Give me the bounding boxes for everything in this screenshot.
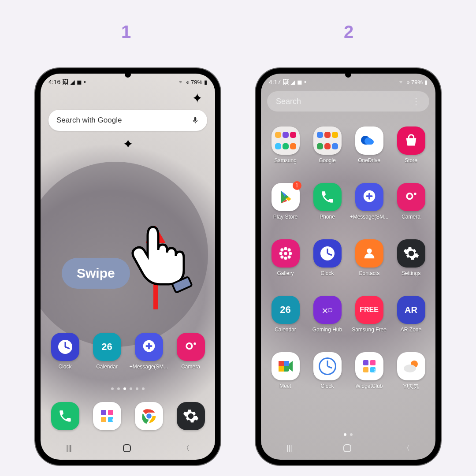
app-widgetclub[interactable]: 15WidgetClub <box>351 352 388 390</box>
status-battery: 79% <box>191 79 202 86</box>
notification-badge: 1 <box>293 181 301 190</box>
sparkle-icon: ✦ <box>123 136 134 152</box>
folder-google[interactable]: Google <box>309 126 346 164</box>
svg-rect-6 <box>108 410 113 415</box>
app-phone[interactable]: Phone <box>309 183 346 220</box>
svg-point-24 <box>287 256 290 259</box>
google-search-bar[interactable]: Search with Google <box>48 110 207 131</box>
app-gallery[interactable]: Gallery <box>267 239 304 276</box>
app-camera[interactable]: Camera <box>172 333 209 370</box>
search-placeholder: Search <box>276 97 301 106</box>
svg-rect-5 <box>101 410 106 415</box>
svg-rect-7 <box>101 417 106 422</box>
svg-point-3 <box>187 344 191 348</box>
app-phone[interactable] <box>47 402 84 430</box>
app-weather[interactable]: Y!天気 <box>393 352 430 390</box>
nav-recent[interactable]: ||| <box>66 444 71 452</box>
drawer-search-bar[interactable]: Search ⋮ <box>267 91 429 112</box>
svg-rect-37 <box>363 367 368 372</box>
nav-bar: ||| 〈 <box>41 439 215 457</box>
svg-point-26 <box>280 256 283 259</box>
app-chrome[interactable] <box>130 402 167 430</box>
app-clock[interactable]: Clock <box>309 239 346 276</box>
home-app-row: Clock 26 Calendar +Message(SM... Camera <box>41 333 215 370</box>
svg-point-25 <box>287 248 290 251</box>
step-label-2: 2 <box>344 22 353 42</box>
app-store[interactable]: Store <box>393 126 430 164</box>
svg-text:15: 15 <box>112 418 116 422</box>
svg-point-17 <box>414 193 416 195</box>
page-indicator <box>41 387 215 390</box>
svg-point-23 <box>280 248 283 251</box>
status-time: 4:17 <box>269 78 281 86</box>
app-contacts[interactable]: Contacts <box>351 239 388 276</box>
step-label-1: 1 <box>121 22 131 42</box>
svg-point-18 <box>284 252 287 255</box>
camera-notch <box>125 71 131 78</box>
nav-bar: ||| 〈 <box>261 439 435 457</box>
camera-notch <box>345 71 351 78</box>
app-ar-zone[interactable]: ARAR Zone <box>393 296 430 333</box>
app-clock[interactable]: Clock <box>47 333 84 370</box>
app-gaming-hub[interactable]: ⨉○Gaming Hub <box>309 296 346 333</box>
svg-point-16 <box>407 194 411 198</box>
app-settings[interactable]: Settings <box>393 239 430 276</box>
svg-point-19 <box>284 247 287 250</box>
nav-back[interactable]: 〈 <box>403 444 410 453</box>
more-icon[interactable]: ⋮ <box>412 96 420 107</box>
app-calendar[interactable]: 26 Calendar <box>89 333 126 370</box>
svg-rect-36 <box>370 360 376 365</box>
app-play-store[interactable]: 1Play Store <box>267 183 304 220</box>
app-message[interactable]: +Message(SM... <box>130 333 167 370</box>
app-camera[interactable]: Camera <box>393 183 430 220</box>
mic-icon[interactable] <box>191 116 199 124</box>
svg-point-21 <box>279 252 282 255</box>
favorites-dock: 15 <box>41 402 215 430</box>
hand-pointer-icon <box>121 218 196 293</box>
nav-back[interactable]: 〈 <box>182 444 190 453</box>
svg-point-22 <box>289 252 292 255</box>
status-battery: 79% <box>411 79 423 86</box>
status-time: 4:16 <box>48 78 60 86</box>
app-calendar[interactable]: 26Calendar <box>267 296 304 333</box>
sparkle-icon: ✦ <box>192 90 203 106</box>
app-drawer-screen[interactable]: 4:17 🖼 ◢ ◼ • ᯤ ⊘ 79%▮ Search ⋮ Samsung G… <box>261 74 435 460</box>
nav-home[interactable] <box>123 444 131 452</box>
app-onedrive[interactable]: OneDrive <box>351 126 388 164</box>
svg-rect-35 <box>363 360 368 365</box>
svg-text:15: 15 <box>374 368 378 372</box>
svg-point-4 <box>193 342 196 345</box>
search-placeholder: Search with Google <box>56 116 191 125</box>
phone-frame-2: 4:17 🖼 ◢ ◼ • ᯤ ⊘ 79%▮ Search ⋮ Samsung G… <box>256 68 441 465</box>
svg-point-41 <box>404 364 416 372</box>
page-indicator <box>261 433 435 436</box>
app-meet[interactable]: Meet <box>267 352 304 390</box>
app-grid: Samsung Google OneDrive Store 1Play Stor… <box>261 122 435 429</box>
app-clock-alt[interactable]: Clock <box>309 352 346 390</box>
svg-rect-32 <box>279 361 284 366</box>
svg-point-28 <box>367 249 372 253</box>
swipe-label: Swipe <box>62 258 130 289</box>
nav-recent[interactable]: ||| <box>286 444 292 452</box>
folder-samsung[interactable]: Samsung <box>267 126 304 164</box>
nav-home[interactable] <box>343 444 351 452</box>
svg-point-20 <box>284 257 287 260</box>
app-settings[interactable] <box>172 402 209 430</box>
app-message[interactable]: +Message(SM... <box>351 183 388 220</box>
app-widgetclub[interactable]: 15 <box>89 402 126 430</box>
app-samsung-free[interactable]: FREESamsung Free <box>351 296 388 333</box>
